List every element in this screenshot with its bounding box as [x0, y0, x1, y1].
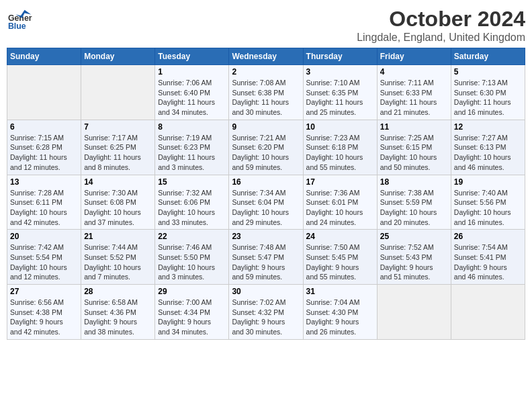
- day-number: 13: [10, 177, 78, 187]
- col-wednesday: Wednesday: [229, 48, 303, 65]
- table-row: 28Sunrise: 6:58 AM Sunset: 4:36 PM Dayli…: [81, 285, 155, 340]
- page-title: October 2024: [357, 7, 525, 32]
- table-row: 12Sunrise: 7:27 AM Sunset: 6:13 PM Dayli…: [451, 120, 525, 175]
- day-number: 3: [306, 67, 374, 77]
- table-row: [377, 285, 451, 340]
- day-number: 16: [232, 177, 300, 187]
- table-row: 14Sunrise: 7:30 AM Sunset: 6:08 PM Dayli…: [81, 175, 155, 230]
- day-info: Sunrise: 7:28 AM Sunset: 6:11 PM Dayligh…: [10, 188, 78, 228]
- day-number: 5: [454, 67, 522, 77]
- table-row: 5Sunrise: 7:13 AM Sunset: 6:30 PM Daylig…: [451, 65, 525, 120]
- title-block: October 2024 Lingdale, England, United K…: [357, 7, 525, 44]
- day-info: Sunrise: 7:34 AM Sunset: 6:04 PM Dayligh…: [232, 188, 300, 228]
- day-info: Sunrise: 7:06 AM Sunset: 6:40 PM Dayligh…: [158, 78, 226, 118]
- calendar-week-row: 20Sunrise: 7:42 AM Sunset: 5:54 PM Dayli…: [7, 230, 525, 285]
- calendar-week-row: 13Sunrise: 7:28 AM Sunset: 6:11 PM Dayli…: [7, 175, 525, 230]
- day-info: Sunrise: 7:40 AM Sunset: 5:56 PM Dayligh…: [454, 188, 522, 228]
- day-number: 26: [454, 232, 522, 241]
- day-number: 30: [232, 287, 300, 296]
- col-monday: Monday: [81, 48, 155, 65]
- day-info: Sunrise: 7:48 AM Sunset: 5:47 PM Dayligh…: [232, 242, 300, 282]
- day-number: 7: [84, 122, 152, 132]
- table-row: [451, 285, 525, 340]
- table-row: 24Sunrise: 7:50 AM Sunset: 5:45 PM Dayli…: [303, 230, 377, 285]
- logo: General Blue: [7, 7, 32, 32]
- table-row: 19Sunrise: 7:40 AM Sunset: 5:56 PM Dayli…: [451, 175, 525, 230]
- table-row: 31Sunrise: 7:04 AM Sunset: 4:30 PM Dayli…: [303, 285, 377, 340]
- table-row: 21Sunrise: 7:44 AM Sunset: 5:52 PM Dayli…: [81, 230, 155, 285]
- col-thursday: Thursday: [303, 48, 377, 65]
- day-info: Sunrise: 6:56 AM Sunset: 4:38 PM Dayligh…: [10, 298, 78, 337]
- table-row: 30Sunrise: 7:02 AM Sunset: 4:32 PM Dayli…: [229, 285, 303, 340]
- table-row: 20Sunrise: 7:42 AM Sunset: 5:54 PM Dayli…: [7, 230, 81, 285]
- calendar-week-row: 27Sunrise: 6:56 AM Sunset: 4:38 PM Dayli…: [7, 285, 525, 340]
- table-row: 22Sunrise: 7:46 AM Sunset: 5:50 PM Dayli…: [155, 230, 229, 285]
- day-info: Sunrise: 7:42 AM Sunset: 5:54 PM Dayligh…: [10, 242, 78, 282]
- day-number: 11: [380, 122, 448, 132]
- logo-icon: General Blue: [7, 7, 32, 32]
- calendar-table: Sunday Monday Tuesday Wednesday Thursday…: [7, 48, 525, 340]
- table-row: 1Sunrise: 7:06 AM Sunset: 6:40 PM Daylig…: [155, 65, 229, 120]
- day-info: Sunrise: 7:17 AM Sunset: 6:25 PM Dayligh…: [84, 133, 152, 173]
- table-row: 27Sunrise: 6:56 AM Sunset: 4:38 PM Dayli…: [7, 285, 81, 340]
- calendar-week-row: 6Sunrise: 7:15 AM Sunset: 6:28 PM Daylig…: [7, 120, 525, 175]
- day-info: Sunrise: 7:38 AM Sunset: 5:59 PM Dayligh…: [380, 188, 448, 228]
- table-row: 9Sunrise: 7:21 AM Sunset: 6:20 PM Daylig…: [229, 120, 303, 175]
- col-friday: Friday: [377, 48, 451, 65]
- day-number: 21: [84, 232, 152, 241]
- table-row: 6Sunrise: 7:15 AM Sunset: 6:28 PM Daylig…: [7, 120, 81, 175]
- day-info: Sunrise: 7:25 AM Sunset: 6:15 PM Dayligh…: [380, 133, 448, 173]
- table-row: 11Sunrise: 7:25 AM Sunset: 6:15 PM Dayli…: [377, 120, 451, 175]
- table-row: 17Sunrise: 7:36 AM Sunset: 6:01 PM Dayli…: [303, 175, 377, 230]
- day-info: Sunrise: 7:30 AM Sunset: 6:08 PM Dayligh…: [84, 188, 152, 228]
- day-number: 14: [84, 177, 152, 187]
- day-number: 9: [232, 122, 300, 132]
- day-info: Sunrise: 7:02 AM Sunset: 4:32 PM Dayligh…: [232, 298, 300, 337]
- table-row: 16Sunrise: 7:34 AM Sunset: 6:04 PM Dayli…: [229, 175, 303, 230]
- table-row: 15Sunrise: 7:32 AM Sunset: 6:06 PM Dayli…: [155, 175, 229, 230]
- day-number: 24: [306, 232, 374, 241]
- day-number: 12: [454, 122, 522, 132]
- day-number: 31: [306, 287, 374, 296]
- table-row: 18Sunrise: 7:38 AM Sunset: 5:59 PM Dayli…: [377, 175, 451, 230]
- day-info: Sunrise: 7:10 AM Sunset: 6:35 PM Dayligh…: [306, 78, 374, 118]
- page-header: General Blue October 2024 Lingdale, Engl…: [7, 7, 525, 44]
- table-row: 4Sunrise: 7:11 AM Sunset: 6:33 PM Daylig…: [377, 65, 451, 120]
- day-number: 25: [380, 232, 448, 241]
- day-number: 20: [10, 232, 78, 241]
- day-info: Sunrise: 7:13 AM Sunset: 6:30 PM Dayligh…: [454, 78, 522, 118]
- day-info: Sunrise: 7:27 AM Sunset: 6:13 PM Dayligh…: [454, 133, 522, 173]
- day-info: Sunrise: 7:52 AM Sunset: 5:43 PM Dayligh…: [380, 242, 448, 282]
- day-info: Sunrise: 7:44 AM Sunset: 5:52 PM Dayligh…: [84, 242, 152, 282]
- table-row: 3Sunrise: 7:10 AM Sunset: 6:35 PM Daylig…: [303, 65, 377, 120]
- calendar-header-row: Sunday Monday Tuesday Wednesday Thursday…: [7, 48, 525, 65]
- table-row: 10Sunrise: 7:23 AM Sunset: 6:18 PM Dayli…: [303, 120, 377, 175]
- day-info: Sunrise: 7:54 AM Sunset: 5:41 PM Dayligh…: [454, 242, 522, 282]
- day-number: 17: [306, 177, 374, 187]
- col-saturday: Saturday: [451, 48, 525, 65]
- day-info: Sunrise: 7:32 AM Sunset: 6:06 PM Dayligh…: [158, 188, 226, 228]
- col-tuesday: Tuesday: [155, 48, 229, 65]
- day-info: Sunrise: 7:11 AM Sunset: 6:33 PM Dayligh…: [380, 78, 448, 118]
- table-row: 23Sunrise: 7:48 AM Sunset: 5:47 PM Dayli…: [229, 230, 303, 285]
- table-row: 25Sunrise: 7:52 AM Sunset: 5:43 PM Dayli…: [377, 230, 451, 285]
- day-number: 15: [158, 177, 226, 187]
- page-subtitle: Lingdale, England, United Kingdom: [357, 32, 525, 44]
- day-info: Sunrise: 7:19 AM Sunset: 6:23 PM Dayligh…: [158, 133, 226, 173]
- day-info: Sunrise: 7:46 AM Sunset: 5:50 PM Dayligh…: [158, 242, 226, 282]
- day-number: 10: [306, 122, 374, 132]
- day-number: 29: [158, 287, 226, 296]
- day-info: Sunrise: 6:58 AM Sunset: 4:36 PM Dayligh…: [84, 298, 152, 337]
- day-number: 22: [158, 232, 226, 241]
- col-sunday: Sunday: [7, 48, 81, 65]
- table-row: 7Sunrise: 7:17 AM Sunset: 6:25 PM Daylig…: [81, 120, 155, 175]
- svg-text:Blue: Blue: [8, 21, 26, 31]
- day-info: Sunrise: 7:08 AM Sunset: 6:38 PM Dayligh…: [232, 78, 300, 118]
- day-number: 27: [10, 287, 78, 296]
- calendar-week-row: 1Sunrise: 7:06 AM Sunset: 6:40 PM Daylig…: [7, 65, 525, 120]
- table-row: [81, 65, 155, 120]
- day-number: 4: [380, 67, 448, 77]
- table-row: [7, 65, 81, 120]
- day-number: 19: [454, 177, 522, 187]
- day-info: Sunrise: 7:23 AM Sunset: 6:18 PM Dayligh…: [306, 133, 374, 173]
